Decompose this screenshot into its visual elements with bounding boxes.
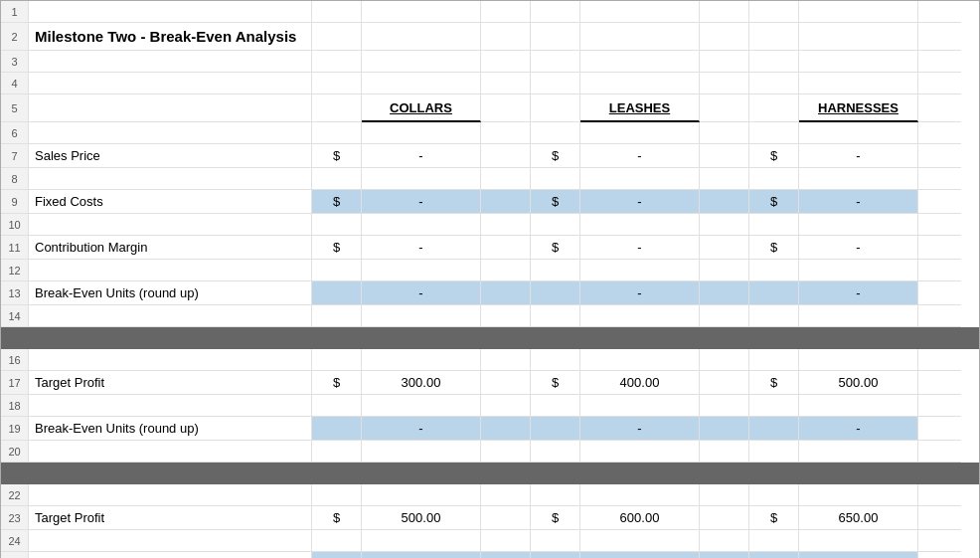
cell-j23[interactable]	[918, 506, 961, 530]
cell-f9-value[interactable]: -	[580, 190, 700, 214]
cell-h1[interactable]	[749, 1, 799, 23]
cell-i23-value[interactable]: 650.00	[799, 506, 918, 530]
cell-c18[interactable]	[362, 395, 481, 417]
cell-e7-dollar[interactable]: $	[531, 144, 580, 168]
cell-j8[interactable]	[918, 168, 961, 190]
cell-d14[interactable]	[481, 305, 531, 327]
cell-i4[interactable]	[799, 73, 918, 94]
cell-c13-value[interactable]: -	[362, 281, 481, 305]
cell-i9-value[interactable]: -	[799, 190, 918, 214]
cell-i14[interactable]	[799, 305, 918, 327]
cell-h20[interactable]	[749, 441, 799, 463]
cell-f17-value[interactable]: 400.00	[580, 371, 700, 395]
cell-j14[interactable]	[918, 305, 961, 327]
cell-b2[interactable]	[312, 23, 362, 51]
cell-i12[interactable]	[799, 260, 918, 281]
cell-j24[interactable]	[918, 530, 961, 552]
cell-c1[interactable]	[362, 1, 481, 23]
cell-b12[interactable]	[312, 260, 362, 281]
cell-f22[interactable]	[580, 484, 700, 506]
cell-g24[interactable]	[700, 530, 749, 552]
cell-d7[interactable]	[481, 144, 531, 168]
cell-a22[interactable]	[29, 484, 312, 506]
cell-j16[interactable]	[918, 349, 961, 371]
cell-g22[interactable]	[700, 484, 749, 506]
cell-e19[interactable]	[531, 417, 580, 441]
cell-d24[interactable]	[481, 530, 531, 552]
cell-f23-value[interactable]: 600.00	[580, 506, 700, 530]
cell-f16[interactable]	[580, 349, 700, 371]
cell-g2[interactable]	[700, 23, 749, 51]
cell-d25[interactable]	[481, 552, 531, 558]
cell-i13-value[interactable]: -	[799, 281, 918, 305]
cell-h18[interactable]	[749, 395, 799, 417]
title-cell[interactable]: Milestone Two - Break-Even Analysis	[29, 23, 312, 51]
cell-i25-value[interactable]: -	[799, 552, 918, 558]
cell-a20[interactable]	[29, 441, 312, 463]
cell-j7[interactable]	[918, 144, 961, 168]
cell-g25[interactable]	[700, 552, 749, 558]
cell-c8[interactable]	[362, 168, 481, 190]
cell-b13[interactable]	[312, 281, 362, 305]
cell-d9[interactable]	[481, 190, 531, 214]
cell-d6[interactable]	[481, 122, 531, 144]
cell-b19[interactable]	[312, 417, 362, 441]
cell-g19[interactable]	[700, 417, 749, 441]
cell-c6[interactable]	[362, 122, 481, 144]
cell-i18[interactable]	[799, 395, 918, 417]
cell-b14[interactable]	[312, 305, 362, 327]
cell-c23-value[interactable]: 500.00	[362, 506, 481, 530]
cell-i1[interactable]	[799, 1, 918, 23]
cell-f4[interactable]	[580, 73, 700, 94]
cell-f7-value[interactable]: -	[580, 144, 700, 168]
cell-a12[interactable]	[29, 260, 312, 281]
cell-d5[interactable]	[481, 94, 531, 122]
cell-a1[interactable]	[29, 1, 312, 23]
cell-c9-value[interactable]: -	[362, 190, 481, 214]
cell-e6[interactable]	[531, 122, 580, 144]
cell-j22[interactable]	[918, 484, 961, 506]
cell-i11-value[interactable]: -	[799, 236, 918, 260]
cell-e5[interactable]	[531, 94, 580, 122]
cell-d22[interactable]	[481, 484, 531, 506]
cell-b24[interactable]	[312, 530, 362, 552]
cell-g23[interactable]	[700, 506, 749, 530]
cell-b23-dollar[interactable]: $	[312, 506, 362, 530]
cell-e20[interactable]	[531, 441, 580, 463]
cell-j13[interactable]	[918, 281, 961, 305]
cell-e24[interactable]	[531, 530, 580, 552]
cell-c12[interactable]	[362, 260, 481, 281]
cell-e1[interactable]	[531, 1, 580, 23]
cell-i8[interactable]	[799, 168, 918, 190]
cell-j17[interactable]	[918, 371, 961, 395]
cell-j5[interactable]	[918, 94, 961, 122]
cell-e22[interactable]	[531, 484, 580, 506]
cell-g11[interactable]	[700, 236, 749, 260]
cell-i19-value[interactable]: -	[799, 417, 918, 441]
cell-a5[interactable]	[29, 94, 312, 122]
cell-b9-dollar[interactable]: $	[312, 190, 362, 214]
cell-g13[interactable]	[700, 281, 749, 305]
cell-g20[interactable]	[700, 441, 749, 463]
cell-g14[interactable]	[700, 305, 749, 327]
cell-d18[interactable]	[481, 395, 531, 417]
cell-d4[interactable]	[481, 73, 531, 94]
cell-g6[interactable]	[700, 122, 749, 144]
cell-j3[interactable]	[918, 51, 961, 73]
cell-c24[interactable]	[362, 530, 481, 552]
cell-f18[interactable]	[580, 395, 700, 417]
cell-a8[interactable]	[29, 168, 312, 190]
cell-b4[interactable]	[312, 73, 362, 94]
cell-i7-value[interactable]: -	[799, 144, 918, 168]
cell-b16[interactable]	[312, 349, 362, 371]
cell-f14[interactable]	[580, 305, 700, 327]
cell-f6[interactable]	[580, 122, 700, 144]
cell-g10[interactable]	[700, 214, 749, 236]
cell-e12[interactable]	[531, 260, 580, 281]
cell-h19[interactable]	[749, 417, 799, 441]
cell-g12[interactable]	[700, 260, 749, 281]
cell-f12[interactable]	[580, 260, 700, 281]
cell-d11[interactable]	[481, 236, 531, 260]
cell-h6[interactable]	[749, 122, 799, 144]
cell-c14[interactable]	[362, 305, 481, 327]
